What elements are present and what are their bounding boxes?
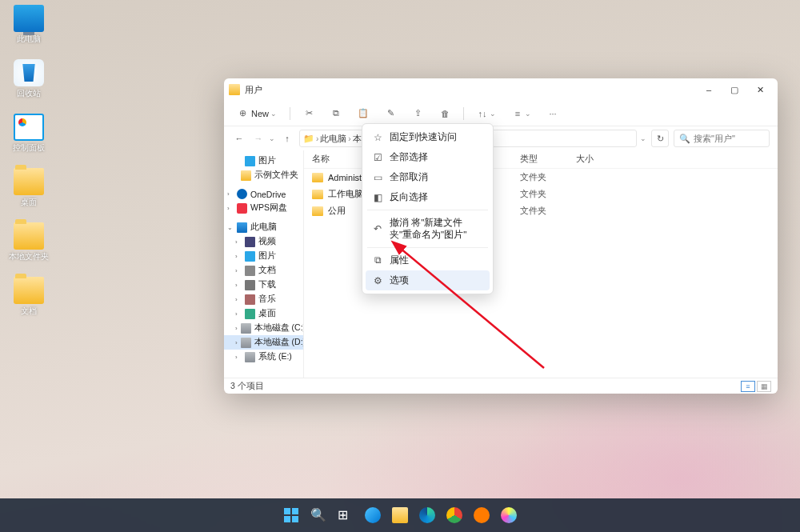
desktop-icons: 此电脑 回收站 控制面板 桌面 本地文件夹 文档 (5, 5, 53, 317)
nav-pane[interactable]: 图片示例文件夹›OneDrive›WPS网盘⌄此电脑›视频›图片›文档›下载›音… (224, 150, 304, 378)
menu-item[interactable]: ☑全部选择 (366, 147, 490, 167)
copy-button[interactable]: ⧉ (326, 106, 346, 121)
tree-twisty[interactable]: › (227, 205, 234, 212)
search-box[interactable]: 🔍 (674, 130, 770, 147)
tree-twisty[interactable]: › (235, 325, 238, 332)
desktop-icon-folder-3[interactable]: 文档 (5, 277, 53, 317)
taskview-icon: ⊞ (338, 507, 354, 523)
app-button-2[interactable] (498, 504, 520, 526)
desktop-icon-this-pc[interactable]: 此电脑 (5, 5, 53, 45)
nav-item[interactable]: ›文档 (224, 263, 303, 278)
nav-label: WPS网盘 (250, 202, 287, 214)
up-button[interactable]: ↑ (280, 134, 294, 143)
view-button[interactable]: ≡⌄ (507, 106, 536, 121)
folder-icon (312, 206, 323, 216)
explorer-button[interactable] (389, 504, 411, 526)
nav-item[interactable]: 示例文件夹 (224, 168, 303, 182)
titlebar[interactable]: 用户 – ▢ ✕ (224, 78, 778, 101)
tree-twisty[interactable]: › (235, 296, 242, 303)
delete-button[interactable]: 🗑 (434, 106, 455, 121)
tree-twisty[interactable]: › (227, 190, 234, 198)
nav-item[interactable]: ›桌面 (224, 306, 303, 321)
menu-item[interactable]: ◧反向选择 (366, 187, 490, 207)
rename-button[interactable]: ✎ (380, 106, 401, 121)
crumb-this-pc[interactable]: 此电脑 (320, 133, 346, 145)
maximize-button[interactable]: ▢ (722, 80, 747, 99)
tree-twisty[interactable]: › (235, 238, 242, 246)
close-button[interactable]: ✕ (747, 80, 773, 99)
nav-item[interactable]: ›本地磁盘 (D:) (224, 335, 303, 350)
nav-item[interactable]: ⌄此电脑 (224, 220, 303, 234)
desktop-icon-label: 控制面板 (13, 142, 45, 154)
nav-label: 桌面 (258, 308, 276, 319)
edge-button[interactable] (416, 504, 438, 526)
start-button[interactable] (280, 504, 302, 526)
refresh-button[interactable]: ↻ (651, 130, 669, 147)
nav-label: 本地磁盘 (C:) (254, 322, 304, 334)
nav-item[interactable]: ›下载 (224, 278, 303, 292)
nav-item[interactable]: ›视频 (224, 234, 303, 249)
desk-icon (245, 309, 255, 319)
desktop-icon-folder-1[interactable]: 桌面 (5, 168, 53, 208)
menu-item-icon: ☑ (372, 152, 383, 163)
svg-rect-1 (284, 508, 290, 514)
cloud-icon (237, 189, 247, 199)
minimize-button[interactable]: – (696, 80, 722, 99)
cut-button[interactable]: ✂ (298, 106, 319, 121)
chrome-button[interactable] (443, 504, 466, 526)
back-button[interactable]: ← (232, 134, 246, 143)
widgets-icon (365, 507, 381, 523)
folder-icon (14, 168, 44, 195)
nav-label: 系统 (E:) (258, 351, 292, 362)
menu-item[interactable]: ☆固定到快速访问 (366, 127, 490, 147)
delete-icon: 🗑 (439, 108, 450, 119)
taskbar[interactable]: 🔍 ⊞ (0, 498, 800, 532)
task-view-button[interactable]: ⊞ (334, 504, 357, 526)
nav-item[interactable]: 图片 (224, 154, 303, 168)
nav-item[interactable]: ›音乐 (224, 292, 303, 306)
app-button-1[interactable] (470, 504, 493, 526)
menu-item[interactable]: ↶撤消 将"新建文件夹"重命名为"图片" (366, 213, 490, 245)
desktop-icon-recycle[interactable]: 回收站 (5, 59, 53, 99)
file-name: 工作电脑 (328, 188, 363, 200)
tree-twisty[interactable]: › (235, 267, 242, 274)
menu-item-icon: ⧉ (372, 255, 383, 266)
menu-item[interactable]: ⚙选项 (366, 270, 490, 290)
nav-item[interactable]: ›本地磁盘 (C:) (224, 321, 303, 335)
search-input[interactable] (694, 134, 764, 143)
file-type: 文件夹 (520, 171, 576, 183)
chevron-down-icon: ⌄ (525, 110, 531, 118)
desktop-icon-folder-2[interactable]: 本地文件夹 (5, 222, 53, 262)
menu-item[interactable]: ⧉属性 (366, 250, 490, 270)
tree-twisty[interactable]: › (235, 354, 242, 361)
widgets-button[interactable] (362, 504, 384, 526)
icons-view-button[interactable]: ▦ (757, 381, 771, 392)
tree-twisty[interactable]: › (235, 339, 238, 346)
nav-item[interactable]: ›OneDrive (224, 187, 303, 201)
col-size[interactable]: 大小 (576, 154, 770, 165)
forward-button[interactable]: → (251, 134, 266, 143)
paste-button[interactable]: 📋 (353, 106, 374, 121)
nav-label: 图片 (258, 250, 276, 262)
new-button[interactable]: ⊕ New ⌄ (232, 106, 282, 121)
share-button[interactable]: ⇪ (407, 106, 428, 121)
tree-twisty[interactable]: ⌄ (227, 224, 234, 231)
menu-separator (367, 210, 488, 210)
col-type[interactable]: 类型 (520, 154, 576, 165)
svg-rect-3 (284, 516, 290, 522)
nav-item[interactable]: ›系统 (E:) (224, 350, 303, 364)
more-button[interactable]: ··· (542, 106, 563, 121)
details-view-button[interactable]: ≡ (741, 381, 755, 392)
nav-item[interactable]: ›WPS网盘 (224, 201, 303, 215)
history-dropdown[interactable]: ⌄ (269, 134, 275, 142)
tree-twisty[interactable]: › (235, 310, 242, 318)
tree-twisty[interactable]: › (235, 253, 242, 260)
tree-twisty[interactable]: › (235, 282, 242, 289)
sort-button[interactable]: ↑↓⌄ (472, 106, 501, 121)
menu-item[interactable]: ▭全部取消 (366, 167, 490, 187)
nav-item[interactable]: ›图片 (224, 249, 303, 263)
desktop-icon-control-panel[interactable]: 控制面板 (5, 114, 53, 154)
address-dropdown[interactable]: ⌄ (640, 134, 646, 142)
search-button[interactable]: 🔍 (307, 504, 330, 526)
monitor-icon (14, 5, 44, 32)
